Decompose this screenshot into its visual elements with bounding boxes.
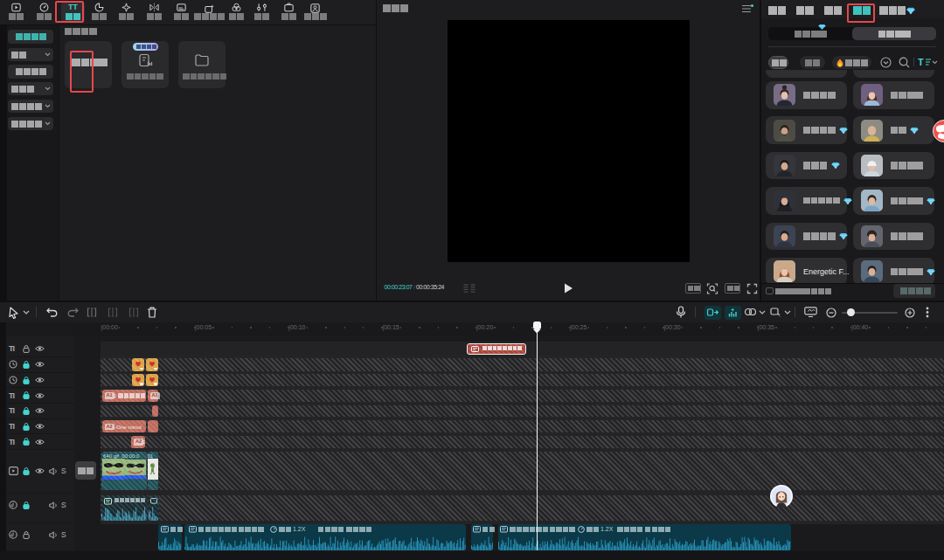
svg-text:T: T (918, 57, 924, 67)
